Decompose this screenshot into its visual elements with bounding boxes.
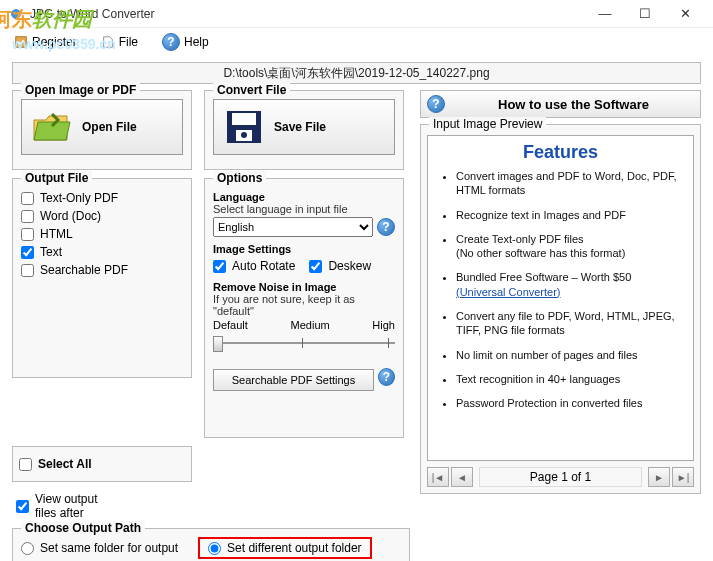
menu-file[interactable]: File bbox=[95, 33, 144, 51]
help-icon: ? bbox=[162, 33, 180, 51]
minimize-button[interactable]: — bbox=[585, 0, 625, 28]
slider-label-high: High bbox=[372, 319, 395, 331]
universal-converter-link[interactable]: (Universal Converter) bbox=[456, 286, 561, 298]
image-settings-label: Image Settings bbox=[213, 243, 395, 255]
searchable-pdf-settings-button[interactable]: Searchable PDF Settings bbox=[213, 369, 374, 391]
pager-prev-button[interactable]: ◄ bbox=[451, 467, 473, 487]
options-title: Options bbox=[213, 171, 266, 185]
feature-item: Convert images and PDF to Word, Doc, PDF… bbox=[456, 169, 683, 198]
pager-last-button[interactable]: ►| bbox=[672, 467, 694, 487]
open-file-label: Open File bbox=[82, 120, 137, 134]
preview-pager: |◄ ◄ Page 1 of 1 ► ►| bbox=[427, 467, 694, 487]
howto-label: How to use the Software bbox=[453, 97, 694, 112]
preview-content: Features Convert images and PDF to Word,… bbox=[427, 135, 694, 461]
output-file-group: Output File Text-Only PDF Word (Doc) HTM… bbox=[12, 178, 192, 378]
pager-first-button[interactable]: |◄ bbox=[427, 467, 449, 487]
app-icon bbox=[8, 6, 24, 22]
pager-label: Page 1 of 1 bbox=[479, 467, 642, 487]
menu-register[interactable]: Register bbox=[8, 33, 83, 51]
checkbox-html[interactable]: HTML bbox=[21, 227, 183, 241]
convert-file-group: Convert File Save File bbox=[204, 90, 404, 170]
menu-register-label: Register bbox=[32, 35, 77, 49]
choose-output-title: Choose Output Path bbox=[21, 521, 145, 535]
checkbox-text-label: Text bbox=[40, 245, 62, 259]
radio-same-folder[interactable]: Set same folder for output bbox=[21, 541, 178, 555]
folder-open-icon bbox=[32, 108, 72, 146]
input-image-preview-group: Input Image Preview Features Convert ima… bbox=[420, 124, 701, 494]
save-file-button[interactable]: Save File bbox=[213, 99, 395, 155]
noise-label: Remove Noise in Image bbox=[213, 281, 395, 293]
radio-different-folder[interactable]: Set different output folder bbox=[198, 537, 372, 559]
slider-label-medium: Medium bbox=[291, 319, 330, 331]
checkbox-deskew[interactable]: Deskew bbox=[309, 259, 371, 273]
open-image-title: Open Image or PDF bbox=[21, 83, 140, 97]
language-subtext: Select language in input file bbox=[213, 203, 395, 215]
checkbox-word-label: Word (Doc) bbox=[40, 209, 101, 223]
menu-help[interactable]: ? Help bbox=[156, 31, 215, 53]
view-output-label: View outputfiles after bbox=[35, 492, 98, 520]
radio-same-label: Set same folder for output bbox=[40, 541, 178, 555]
feature-item: Create Text-only PDF files(No other soft… bbox=[456, 232, 683, 261]
open-file-button[interactable]: Open File bbox=[21, 99, 183, 155]
save-file-label: Save File bbox=[274, 120, 326, 134]
file-icon bbox=[101, 35, 115, 49]
howto-help-icon: ? bbox=[427, 95, 445, 113]
feature-item: Text recognition in 40+ languages bbox=[456, 372, 683, 386]
feature-item: No limit on number of pages and files bbox=[456, 348, 683, 362]
open-image-group: Open Image or PDF Open File bbox=[12, 90, 192, 170]
checkbox-searchable-label: Searchable PDF bbox=[40, 263, 128, 277]
checkbox-text[interactable]: Text bbox=[21, 245, 183, 259]
titlebar: JPG to Word Converter — ☐ ✕ bbox=[0, 0, 713, 28]
checkbox-select-all[interactable]: Select All bbox=[19, 457, 185, 471]
svg-point-4 bbox=[241, 132, 247, 138]
floppy-save-icon bbox=[224, 108, 264, 146]
feature-item: Convert any file to PDF, Word, HTML, JPE… bbox=[456, 309, 683, 338]
language-help-button[interactable]: ? bbox=[377, 218, 395, 236]
features-list: Convert images and PDF to Word, Doc, PDF… bbox=[438, 169, 683, 411]
feature-item: Password Protection in converted files bbox=[456, 396, 683, 410]
checkbox-textonly-pdf[interactable]: Text-Only PDF bbox=[21, 191, 183, 205]
svg-rect-2 bbox=[232, 113, 256, 125]
noise-slider[interactable] bbox=[213, 333, 395, 353]
slider-label-default: Default bbox=[213, 319, 248, 331]
close-button[interactable]: ✕ bbox=[665, 0, 705, 28]
autorotate-label: Auto Rotate bbox=[232, 259, 295, 273]
feature-item: Bundled Free Software – Worth $50(Univer… bbox=[456, 270, 683, 299]
menu-help-label: Help bbox=[184, 35, 209, 49]
pdf-settings-help-button[interactable]: ? bbox=[378, 368, 395, 386]
choose-output-path-group: Choose Output Path Set same folder for o… bbox=[12, 528, 410, 561]
checkbox-view-output[interactable]: View outputfiles after bbox=[12, 492, 192, 520]
checkbox-html-label: HTML bbox=[40, 227, 73, 241]
noise-subtext: If you are not sure, keep it as "default… bbox=[213, 293, 395, 317]
maximize-button[interactable]: ☐ bbox=[625, 0, 665, 28]
deskew-label: Deskew bbox=[328, 259, 371, 273]
convert-file-title: Convert File bbox=[213, 83, 290, 97]
checkbox-searchable-pdf[interactable]: Searchable PDF bbox=[21, 263, 183, 277]
language-select[interactable]: English bbox=[213, 217, 373, 237]
preview-label: Input Image Preview bbox=[429, 117, 546, 131]
pager-next-button[interactable]: ► bbox=[648, 467, 670, 487]
feature-item: Recognize text in Images and PDF bbox=[456, 208, 683, 222]
checkbox-textonly-label: Text-Only PDF bbox=[40, 191, 118, 205]
radio-diff-label: Set different output folder bbox=[227, 541, 362, 555]
how-to-use-button[interactable]: ? How to use the Software bbox=[420, 90, 701, 118]
select-all-label: Select All bbox=[38, 457, 92, 471]
checkbox-autorotate[interactable]: Auto Rotate bbox=[213, 259, 295, 273]
options-group: Options Language Select language in inpu… bbox=[204, 178, 404, 438]
window-title: JPG to Word Converter bbox=[30, 7, 585, 21]
register-icon bbox=[14, 35, 28, 49]
menubar: Register File ? Help bbox=[0, 28, 713, 56]
output-file-title: Output File bbox=[21, 171, 92, 185]
checkbox-word[interactable]: Word (Doc) bbox=[21, 209, 183, 223]
language-label: Language bbox=[213, 191, 395, 203]
features-heading: Features bbox=[438, 142, 683, 163]
input-path-display: D:\tools\桌面\河东软件园\2019-12-05_140227.png bbox=[12, 62, 701, 84]
menu-file-label: File bbox=[119, 35, 138, 49]
